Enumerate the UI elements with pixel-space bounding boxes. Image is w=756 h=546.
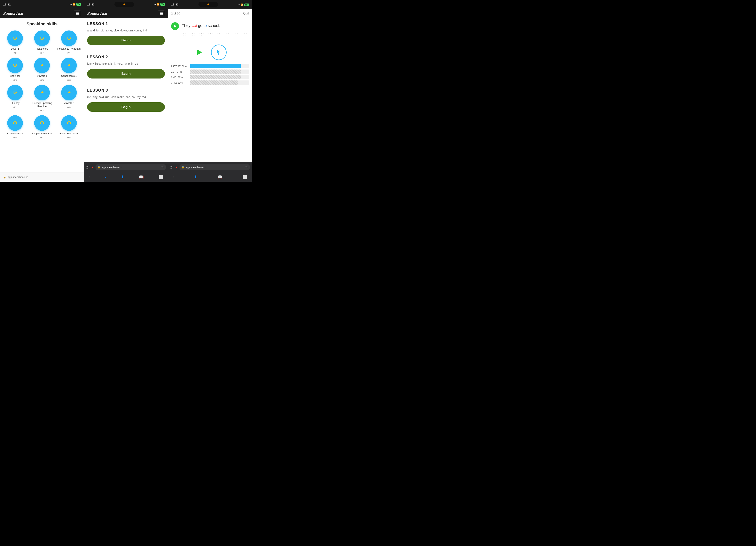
skill-circle: ⚙ (61, 30, 77, 46)
skill-progress: 0/6 (67, 79, 71, 82)
refresh-icon-3[interactable]: ↻ (245, 166, 248, 169)
skill-name: Consonants 2 (7, 132, 23, 135)
status-icons-2 (114, 2, 134, 7)
skill-circle: ⚙ (7, 85, 23, 100)
tabs-btn-2[interactable]: ⬜ (157, 174, 165, 180)
word-go: go (197, 23, 203, 28)
refresh-icon-2[interactable]: ↻ (161, 166, 164, 169)
sentence-display: They will go to school. (182, 23, 220, 28)
skill-progress: 0/3 (40, 109, 44, 112)
word-school: school. (207, 23, 220, 28)
skill-item[interactable]: ⚙ Fluency 0/1 (3, 85, 27, 112)
lesson-words: funny, little, help, I, is, it, here, ju… (87, 62, 165, 66)
quit-button[interactable]: Quit (243, 12, 249, 15)
url-bar-2[interactable]: 🔒 app.speechace.co ↻ (96, 165, 166, 170)
skill-item[interactable]: ⚙ Healthcare 0/7 (30, 30, 54, 55)
skill-circle: ⚙ (34, 30, 50, 46)
battery-1: 85+ (76, 3, 81, 6)
play-sentence-button[interactable] (171, 22, 179, 30)
skill-icon: ⚙ (13, 89, 18, 96)
skill-circle: ⚙ (7, 115, 23, 131)
status-bar-2: 19:33 ▪▪▪ 📶 85+ (84, 0, 168, 9)
mic-icon-bar-3: 🎙 (175, 166, 178, 169)
skill-item[interactable]: ⚙ Basic Sentences 0/5 (57, 115, 81, 139)
skills-grid: ⚙ Level 1 0/48 ⚙ Healthcare 0/7 ⚙ Hospit… (3, 30, 81, 139)
wifi-icon-3: 📶 (241, 4, 244, 6)
bookmarks-btn-3[interactable]: 📖 (216, 174, 224, 180)
url-bar-3[interactable]: 🔒 app.speechace.co ↻ (180, 165, 250, 170)
skill-name: Basic Sentences (60, 132, 79, 135)
skill-item[interactable]: ✦ Vowels 2 0/8 (57, 85, 81, 112)
back-btn-3[interactable]: ‹ (171, 174, 176, 180)
word-to: to (204, 23, 207, 28)
url-text-3: app.speechace.co (186, 166, 206, 169)
skill-item[interactable]: ⚙ Consonants 2 0/5 (3, 115, 27, 139)
skill-progress: 0/5 (13, 136, 17, 139)
skill-name: Healthcare (36, 47, 48, 51)
skill-item[interactable]: ⚙ Hospitality - Vietnam 0/23 (57, 30, 81, 55)
bookmarks-btn-2[interactable]: 📖 (137, 174, 145, 180)
forward-btn-2[interactable]: › (103, 174, 108, 180)
mic-button[interactable]: 🎙 (211, 45, 227, 60)
skill-circle: ✦ (61, 85, 77, 100)
skills-content: Speaking skills ⚙ Level 1 0/48 ⚙ Healthc… (0, 18, 84, 172)
skill-progress: 0/23 (67, 52, 71, 55)
score-bar (190, 75, 241, 79)
logo-2: SpeechAce (87, 11, 107, 16)
lock-icon-3: 🔒 (181, 166, 184, 169)
skill-name: Simple Sentences (32, 132, 52, 135)
skill-name: Fluency Speaking Practice (30, 102, 54, 108)
practice-counter: 2 of 10 (171, 12, 180, 15)
url-1: app.speechace.co (8, 176, 81, 179)
lessons-content: LESSON 1 a, and, for, big, away, blue, d… (84, 18, 168, 162)
skill-circle: ✦ (34, 85, 50, 100)
skill-icon: ⚙ (67, 35, 71, 42)
skill-progress: 0/5 (67, 136, 71, 139)
menu-button-2[interactable] (158, 11, 165, 16)
status-icons-1: ▪▪▪ 📶 85+ (70, 3, 81, 6)
status-bar-1: 19:31 ▪▪▪ 📶 85+ (0, 0, 84, 9)
skill-item[interactable]: ⚙ Level 1 0/48 (3, 30, 27, 55)
skill-name: Vowels 2 (64, 102, 74, 105)
signal-icon-2: ▪▪▪ (154, 3, 156, 5)
skill-item[interactable]: ⚙ Beginner 0/9 (3, 58, 27, 82)
wifi-icon-2: 📶 (157, 3, 160, 6)
back-btn-2[interactable]: ‹ (87, 174, 92, 180)
skill-name: Beginner (10, 74, 20, 78)
tabs-btn-3[interactable]: ⬜ (241, 174, 249, 180)
dynamic-island-3 (198, 2, 218, 7)
menu-button-1[interactable] (74, 11, 81, 16)
skill-item[interactable]: ✦ Fluency Speaking Practice 0/3 (30, 85, 54, 112)
lesson-title: LESSON 3 (87, 88, 165, 93)
lock-icon-1: 🔒 (3, 176, 6, 179)
begin-button[interactable]: Begin (87, 36, 165, 45)
browser-nav-3: ‹ ⬆ 📖 ⬜ (168, 172, 252, 182)
lesson-section: LESSON 1 a, and, for, big, away, blue, d… (87, 21, 165, 50)
score-row: 1ST: 87% (171, 70, 249, 74)
logo-1: SpeechAce (3, 11, 23, 16)
score-label: 3RD: 81% (171, 81, 189, 84)
skill-item[interactable]: ⚙ Simple Sentences 0/4 (30, 115, 54, 139)
share-btn-3[interactable]: ⬆ (192, 174, 199, 180)
skill-progress: 0/48 (13, 52, 17, 55)
url-text-2: app.speechace.co (102, 166, 122, 169)
skill-item[interactable]: ✦ Consonants 1 0/6 (57, 58, 81, 82)
dynamic-island-2 (114, 2, 134, 7)
skill-icon: ✦ (40, 89, 44, 96)
playback-button[interactable] (193, 47, 205, 58)
pronunciation-dots: · · · · · · · · · · · · · · · · · · · · … (171, 32, 249, 38)
panel-lessons: 19:33 ▪▪▪ 📶 85+ SpeechAce LESSON 1 a, an… (84, 0, 168, 182)
begin-button[interactable]: Begin (87, 69, 165, 79)
time-1: 19:31 (3, 3, 11, 6)
begin-button[interactable]: Begin (87, 102, 165, 112)
mic-icon-2: 🎙 (91, 166, 94, 169)
score-bar-container (190, 64, 249, 68)
skill-item[interactable]: ✦ Vowels 1 0/5 (30, 58, 54, 82)
skill-icon: ✦ (67, 62, 71, 69)
time-2: 19:33 (87, 3, 95, 6)
skill-progress: 0/9 (13, 79, 17, 82)
skill-icon: ⚙ (13, 35, 18, 42)
lock-icon-2: 🔒 (97, 166, 100, 169)
share-btn-2[interactable]: ⬆ (119, 174, 126, 180)
score-bar (190, 70, 241, 74)
